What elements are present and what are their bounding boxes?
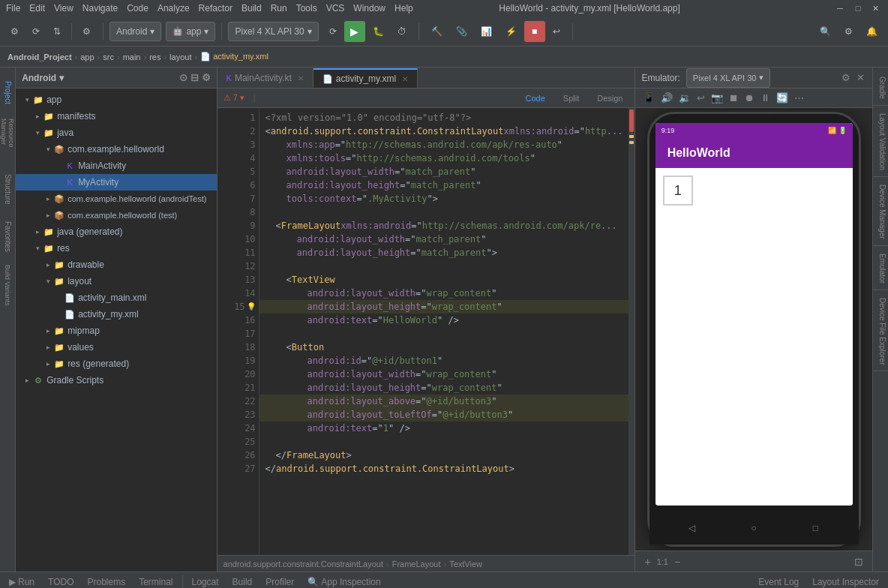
event-log-button[interactable]: Event Log <box>752 575 805 588</box>
tree-item-app[interactable]: ▾ 📁 app <box>16 92 216 108</box>
menu-analyze[interactable]: Analyze <box>158 3 190 14</box>
emulator-home-button[interactable]: ⏺ <box>743 91 756 105</box>
android-dropdown[interactable]: Android ▾ <box>110 22 161 41</box>
logcat-button[interactable]: Logcat <box>186 575 225 588</box>
emulator-refresh-button[interactable]: 🔄 <box>775 91 790 105</box>
emulator-screenshot-button[interactable]: 📷 <box>710 91 724 105</box>
phone-recents-nav[interactable]: □ <box>805 518 826 538</box>
breadcrumb-project[interactable]: Android_Project <box>8 52 72 62</box>
attach-button[interactable]: 📎 <box>450 21 473 42</box>
maximize-button[interactable]: □ <box>852 2 864 14</box>
app-inspection-button[interactable]: 🔍 App Inspection <box>302 575 386 588</box>
code-path-textview[interactable]: TextView <box>449 560 482 568</box>
zoom-in-button[interactable]: + <box>641 554 653 569</box>
zoom-out-button[interactable]: − <box>671 554 683 569</box>
tree-item-values[interactable]: ▸ 📁 values <box>16 339 216 356</box>
tree-item-manifests[interactable]: ▸ 📁 manifests <box>16 108 216 124</box>
tab-mainactivity[interactable]: K MainActivity.kt ✕ <box>218 68 314 88</box>
minimize-button[interactable]: ─ <box>834 2 846 14</box>
menu-vcs[interactable]: VCS <box>326 3 345 14</box>
fit-screen-button[interactable]: ⊡ <box>851 554 866 569</box>
menu-code[interactable]: Code <box>127 3 148 14</box>
tree-item-myactivity[interactable]: K MyActivity <box>16 174 216 190</box>
settings-button[interactable]: ⚙ <box>76 21 97 42</box>
tree-item-package[interactable]: ▾ 📦 com.example.helloworld <box>16 141 216 158</box>
close-button[interactable]: ✕ <box>870 2 882 14</box>
debug-button[interactable]: 🐛 <box>367 21 390 42</box>
layout-validation-toggle[interactable]: Layout Validation <box>873 107 888 177</box>
menu-view[interactable]: View <box>54 3 74 14</box>
search-everywhere-button[interactable]: 🔍 <box>814 21 837 42</box>
problems-button[interactable]: Problems <box>81 575 131 588</box>
sync-button[interactable]: ⟳ <box>26 21 46 42</box>
build-panel-button[interactable]: Build <box>226 575 259 588</box>
menu-navigate[interactable]: Navigate <box>82 3 118 14</box>
emulator-power-button[interactable]: 📱 <box>641 91 656 105</box>
build-button[interactable]: 🔨 <box>425 21 448 42</box>
emulator-rotate-button[interactable]: ↩ <box>695 91 706 105</box>
tree-item-androidtest[interactable]: ▸ 📦 com.example.helloworld (androidTest) <box>16 190 216 207</box>
menu-help[interactable]: Help <box>394 3 413 14</box>
more-run-button[interactable]: ⚡ <box>500 21 523 42</box>
terminal-button[interactable]: Terminal <box>133 575 178 588</box>
design-view-button[interactable]: Design <box>591 92 628 104</box>
panel-collapse-icon[interactable]: ⊟ <box>190 72 199 83</box>
code-view-button[interactable]: Code <box>520 92 551 104</box>
menu-build[interactable]: Build <box>242 3 262 14</box>
emulator-toggle[interactable]: Emulator <box>873 248 888 290</box>
breadcrumb-src[interactable]: src <box>103 52 114 62</box>
coverage-button[interactable]: 📊 <box>475 21 498 42</box>
tab-activity-my-close[interactable]: ✕ <box>402 75 408 83</box>
structure-toggle[interactable]: Structure <box>0 166 15 212</box>
notification-button[interactable]: 🔔 <box>860 21 884 42</box>
project-panel-toggle[interactable]: Project <box>0 70 15 116</box>
settings2-button[interactable]: ⚙ <box>838 21 859 42</box>
panel-locate-icon[interactable]: ⊙ <box>179 72 188 83</box>
tree-item-gradle[interactable]: ▸ ⚙ Gradle Scripts <box>16 372 216 388</box>
favorites-toggle[interactable]: Favorites <box>0 214 15 260</box>
breadcrumb-layout[interactable]: layout <box>170 52 191 62</box>
tree-item-java-gen[interactable]: ▸ 📁 java (generated) <box>16 224 216 240</box>
emulator-vol-up-button[interactable]: 🔊 <box>659 91 674 105</box>
resource-manager-toggle[interactable]: Resource Manager <box>0 118 15 164</box>
tree-item-drawable[interactable]: ▸ 📁 drawable <box>16 256 216 273</box>
device-file-explorer-toggle[interactable]: Device File Explorer <box>873 292 888 371</box>
emulator-overview-button[interactable]: ⏸ <box>759 91 772 105</box>
emulator-back-button[interactable]: ⏹ <box>728 91 740 105</box>
todo-button[interactable]: TODO <box>42 575 80 588</box>
android-panel-dropdown[interactable]: ▾ <box>59 73 64 83</box>
tree-item-res[interactable]: ▾ 📁 res <box>16 240 216 256</box>
menu-run[interactable]: Run <box>271 3 287 14</box>
code-path-root[interactable]: android.support.constraint.ConstraintLay… <box>224 560 383 568</box>
breadcrumb-file[interactable]: 📄 activity_my.xml <box>200 52 268 62</box>
emulator-vol-down-button[interactable]: 🔉 <box>677 91 692 105</box>
menu-edit[interactable]: Edit <box>29 3 45 14</box>
device-dropdown[interactable]: Pixel 4 XL API 30 ▾ <box>228 22 318 41</box>
gutter-bulb-icon[interactable]: 💡 <box>247 300 256 314</box>
menu-window[interactable]: Window <box>353 3 386 14</box>
emulator-device-dropdown[interactable]: Pixel 4 XL API 30 ▾ <box>686 68 771 88</box>
breadcrumb-res[interactable]: res <box>149 52 160 62</box>
project-structure-button[interactable]: ⚙ <box>4 21 25 42</box>
tree-item-mainactivity[interactable]: K MainActivity <box>16 158 216 174</box>
emulator-close-button[interactable]: ✕ <box>855 70 866 85</box>
code-path-framelayout[interactable]: FrameLayout <box>392 560 441 568</box>
split-view-button[interactable]: Split <box>557 92 585 104</box>
code-content[interactable]: <?xml version="1.0" encoding="utf-8"?> <… <box>260 108 629 555</box>
run-button[interactable]: ▶ <box>344 21 365 42</box>
tree-item-res-gen[interactable]: ▸ 📁 res (generated) <box>16 356 216 372</box>
tree-item-activity-main[interactable]: 📄 activity_main.xml <box>16 290 216 306</box>
menu-tools[interactable]: Tools <box>296 3 317 14</box>
app-dropdown[interactable]: 🤖 app ▾ <box>166 22 215 41</box>
tab-activity-my[interactable]: 📄 activity_my.xml ✕ <box>314 68 418 88</box>
tab-mainactivity-close[interactable]: ✕ <box>298 74 304 82</box>
device-manager-toggle[interactable]: Device Manager <box>873 178 888 246</box>
layout-inspector-button[interactable]: Layout Inspector <box>806 575 885 588</box>
menu-refactor[interactable]: Refactor <box>199 3 232 14</box>
tree-item-java[interactable]: ▾ 📁 java <box>16 124 216 141</box>
tree-item-test[interactable]: ▸ 📦 com.example.helloworld (test) <box>16 207 216 224</box>
profile-button[interactable]: ⏱ <box>392 21 412 42</box>
emulator-more-button[interactable]: ⋯ <box>793 91 806 105</box>
profiler-button[interactable]: Profiler <box>260 575 300 588</box>
gradle-panel-toggle[interactable]: Gradle <box>873 70 888 106</box>
